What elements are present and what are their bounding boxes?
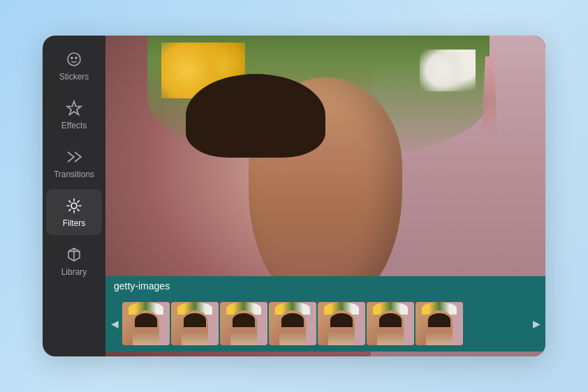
sidebar-item-filters[interactable]: Filters	[46, 189, 102, 235]
hair	[186, 74, 325, 158]
sidebar-item-transitions-label: Transitions	[54, 169, 94, 179]
effects-icon	[64, 98, 84, 118]
filmstrip-header: getty-images	[105, 276, 545, 296]
sidebar-item-stickers[interactable]: Stickers	[46, 43, 102, 89]
main-content: getty-images ◀	[105, 36, 545, 356]
white-flowers	[420, 50, 476, 91]
filmstrip-thumbnails	[122, 302, 529, 345]
sidebar-item-filters-label: Filters	[63, 218, 86, 228]
svg-point-2	[75, 57, 77, 59]
library-icon	[64, 245, 84, 264]
sidebar-item-library[interactable]: Library	[46, 238, 102, 284]
thumbnail-2[interactable]	[171, 302, 219, 345]
thumbnail-7[interactable]	[416, 302, 463, 345]
sidebar-item-stickers-label: Stickers	[59, 72, 89, 82]
stickers-icon	[64, 50, 84, 69]
thumbnail-6[interactable]	[367, 302, 414, 345]
thumbnail-3[interactable]	[220, 302, 267, 345]
sidebar-item-library-label: Library	[61, 267, 87, 277]
filmstrip-nav-right[interactable]: ▶	[530, 303, 543, 345]
filmstrip-body: ◀	[105, 296, 545, 352]
sidebar-item-effects[interactable]: Effects	[46, 91, 102, 137]
filmstrip-panel: getty-images ◀	[105, 276, 545, 356]
filmstrip-nav-left[interactable]: ◀	[108, 303, 121, 345]
app-window: Stickers Effects Transitions	[43, 36, 545, 356]
thumbnail-5[interactable]	[318, 302, 365, 345]
filters-icon	[64, 196, 84, 216]
sidebar: Stickers Effects Transitions	[43, 36, 105, 356]
svg-point-0	[68, 53, 80, 66]
sidebar-item-transitions[interactable]: Transitions	[46, 140, 102, 186]
transitions-icon	[64, 147, 84, 167]
thumbnail-4[interactable]	[269, 302, 316, 345]
sidebar-item-effects-label: Effects	[61, 121, 87, 130]
svg-point-1	[71, 57, 73, 59]
svg-point-3	[71, 203, 77, 209]
filmstrip-title: getty-images	[114, 280, 170, 292]
thumbnail-1[interactable]	[122, 302, 170, 345]
